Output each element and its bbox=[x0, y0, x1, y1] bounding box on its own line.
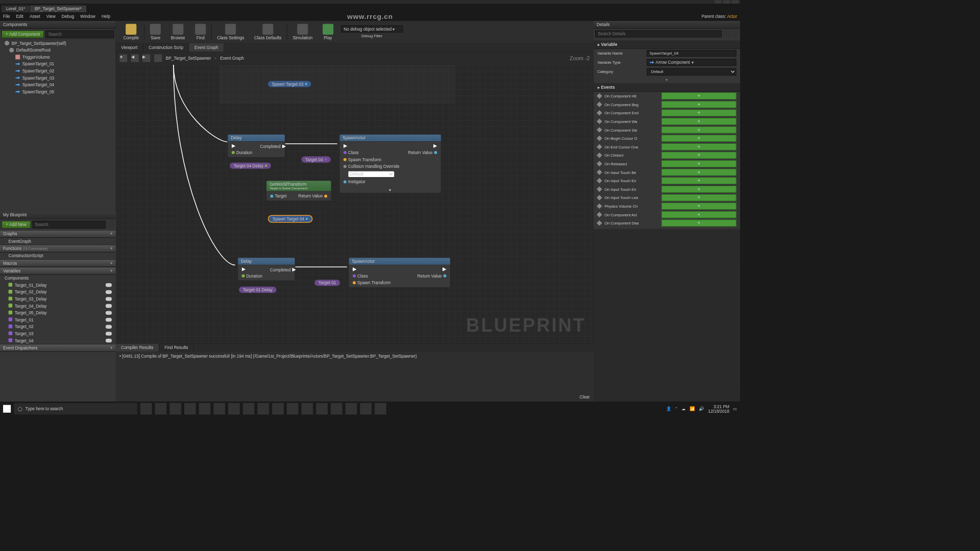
eye-icon[interactable] bbox=[106, 297, 112, 301]
var-target-01-pill[interactable]: Target 01 bbox=[314, 280, 340, 286]
variable-type-selector[interactable]: Arrow Component ▾ bbox=[647, 59, 736, 66]
add-variable-icon[interactable]: + bbox=[110, 268, 113, 273]
aftereffects-icon[interactable] bbox=[257, 403, 269, 415]
app-icon[interactable] bbox=[199, 403, 211, 415]
add-event-button[interactable]: + bbox=[662, 160, 737, 167]
var-target-03[interactable]: Target_03 bbox=[0, 330, 116, 337]
chrome-icon[interactable] bbox=[169, 403, 181, 415]
section-variables[interactable]: Variables+ bbox=[0, 267, 116, 274]
component-trigger-volume[interactable]: TriggerVolume bbox=[0, 54, 116, 61]
item-event-graph[interactable]: EventGraph bbox=[0, 238, 116, 245]
settings-icon[interactable] bbox=[184, 403, 196, 415]
grid-view-icon[interactable] bbox=[723, 31, 730, 38]
unreal-icon[interactable] bbox=[375, 403, 386, 415]
app-icon[interactable] bbox=[302, 403, 313, 415]
component-default-scene-root[interactable]: DefaultSceneRoot bbox=[0, 46, 116, 54]
app-icon[interactable] bbox=[272, 403, 284, 415]
tray-cloud-icon[interactable]: ☁ bbox=[681, 406, 685, 411]
var-target-02-delay[interactable]: Target_02_Delay bbox=[0, 289, 116, 296]
component-spawn-target-01[interactable]: SpawnTarget_01 bbox=[0, 61, 116, 68]
details-search[interactable] bbox=[595, 31, 722, 38]
browse-button[interactable]: Browse bbox=[166, 22, 190, 42]
eye-icon[interactable] bbox=[106, 304, 112, 308]
subsection-components[interactable]: Components bbox=[0, 274, 116, 282]
section-functions[interactable]: Functions (18 Overridable)+ bbox=[0, 245, 116, 253]
node-spawn-actor-2[interactable]: SpawnActor Class Spawn Transform Return … bbox=[349, 257, 451, 288]
component-spawn-target-02[interactable]: SpawnTarget_02 bbox=[0, 67, 116, 74]
add-event-button[interactable]: + bbox=[662, 203, 737, 210]
var-spawn-target-03-pill[interactable]: Spawn Target 03 bbox=[268, 81, 311, 87]
tab-event-graph[interactable]: Event Graph bbox=[189, 43, 224, 52]
var-target-04-delay[interactable]: Target_04_Delay bbox=[0, 303, 116, 310]
save-button[interactable]: Save bbox=[145, 22, 165, 42]
eye-icon[interactable] bbox=[106, 283, 112, 287]
section-events[interactable]: ▸ Events bbox=[594, 83, 740, 92]
add-graph-icon[interactable]: + bbox=[110, 232, 113, 236]
var-target-04-pill[interactable]: Target 04 bbox=[302, 157, 331, 163]
add-event-button[interactable]: + bbox=[662, 135, 737, 142]
menu-asset[interactable]: Asset bbox=[30, 14, 40, 19]
component-spawn-target-05[interactable]: SpawnTarget_05 bbox=[0, 88, 116, 95]
find-button[interactable]: Find bbox=[190, 22, 210, 42]
components-search[interactable] bbox=[45, 31, 114, 38]
premiere-icon[interactable] bbox=[228, 403, 240, 415]
var-target-01-delay-pill[interactable]: Target 01 Delay bbox=[239, 287, 276, 293]
debug-object-selector[interactable]: No debug object selected ▾ bbox=[341, 25, 403, 32]
tab-construction-script[interactable]: Construction Scrip bbox=[143, 43, 189, 52]
tab-viewport[interactable]: Viewport bbox=[116, 43, 143, 52]
collision-dropdown[interactable]: Default bbox=[348, 171, 395, 177]
var-target-04-delay-pill[interactable]: Target 04 Delay bbox=[230, 163, 271, 169]
comment-box[interactable] bbox=[219, 65, 455, 104]
node-get-world-transform[interactable]: GetWorldTransformTarget is Scene Compone… bbox=[266, 180, 331, 201]
view-options-icon[interactable] bbox=[107, 221, 114, 228]
back-button[interactable]: ◀ bbox=[131, 54, 139, 62]
section-macros[interactable]: Macros+ bbox=[0, 259, 116, 267]
menu-help[interactable]: Help bbox=[102, 14, 110, 19]
expand-arrow-icon[interactable]: ▾ bbox=[594, 77, 740, 83]
add-event-button[interactable]: + bbox=[662, 118, 737, 125]
compile-button[interactable]: Compile bbox=[119, 22, 144, 42]
add-dispatcher-icon[interactable]: + bbox=[110, 345, 113, 350]
eye-icon[interactable] bbox=[106, 339, 112, 343]
variable-name-field[interactable] bbox=[647, 50, 736, 57]
tray-volume-icon[interactable]: 🔊 bbox=[699, 406, 704, 411]
add-event-button[interactable]: + bbox=[662, 127, 737, 134]
epic-icon[interactable] bbox=[287, 403, 299, 415]
app-icon[interactable] bbox=[346, 403, 357, 415]
tray-wifi-icon[interactable]: 📶 bbox=[690, 406, 695, 411]
component-spawn-target-04[interactable]: SpawnTarget_04 bbox=[0, 81, 116, 88]
add-event-button[interactable]: + bbox=[662, 169, 737, 176]
add-event-button[interactable]: + bbox=[662, 143, 737, 151]
class-defaults-button[interactable]: Class Defaults bbox=[250, 22, 286, 42]
component-self[interactable]: BP_Target_SetSpawner(self) bbox=[0, 40, 116, 47]
add-event-button[interactable]: + bbox=[662, 194, 737, 202]
component-spawn-target-03[interactable]: SpawnTarget_03 bbox=[0, 74, 116, 82]
add-event-button[interactable]: + bbox=[662, 109, 737, 116]
section-graphs[interactable]: Graphs+ bbox=[0, 230, 116, 238]
tab-level[interactable]: Level_01* bbox=[2, 6, 30, 13]
var-spawn-target-04-pill[interactable]: Spawn Target 04 bbox=[268, 215, 313, 222]
add-event-button[interactable]: + bbox=[662, 152, 737, 159]
tray-up-icon[interactable]: ˄ bbox=[675, 406, 678, 411]
add-event-button[interactable]: + bbox=[662, 92, 737, 99]
app-icon[interactable] bbox=[316, 403, 328, 415]
add-event-button[interactable]: + bbox=[662, 211, 737, 218]
class-settings-button[interactable]: Class Settings bbox=[212, 22, 249, 42]
min-button[interactable] bbox=[715, 1, 722, 4]
tab-compiler-results[interactable]: Compiler Results bbox=[116, 344, 159, 352]
start-button[interactable] bbox=[3, 405, 11, 413]
add-function-icon[interactable]: + bbox=[110, 246, 113, 251]
expand-icon[interactable]: ▾ bbox=[339, 187, 441, 193]
menu-view[interactable]: View bbox=[46, 14, 56, 19]
add-event-button[interactable]: + bbox=[662, 177, 737, 184]
tab-blueprint[interactable]: BP_Target_SetSpawner* bbox=[30, 6, 87, 13]
menu-file[interactable]: File bbox=[3, 14, 10, 19]
eye-icon[interactable] bbox=[106, 325, 112, 329]
add-component-button[interactable]: + Add Component bbox=[2, 31, 44, 38]
var-target-01-delay[interactable]: Target_01_Delay bbox=[0, 282, 116, 289]
node-delay[interactable]: Delay Duration Completed bbox=[228, 134, 285, 158]
clock-time[interactable]: 3:21 PM bbox=[708, 404, 729, 409]
node-spawn-actor[interactable]: SpawnActor Class Spawn Transform Collisi… bbox=[339, 134, 442, 193]
breadcrumb-graph[interactable]: Event Graph bbox=[220, 56, 244, 61]
section-variable[interactable]: ▸ Variable bbox=[594, 40, 740, 49]
